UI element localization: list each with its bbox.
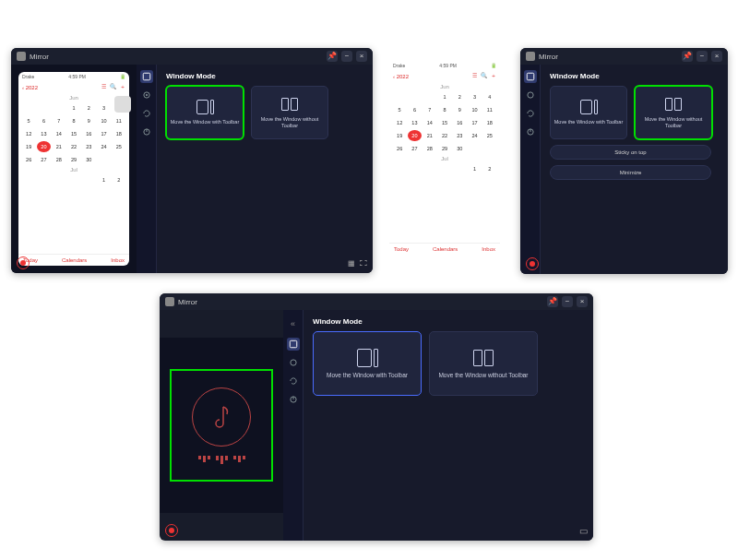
record-button[interactable] (165, 524, 178, 537)
minimize-button[interactable]: − (341, 51, 352, 62)
back-year[interactable]: ‹ 2022 (22, 85, 38, 90)
time: 4:59 PM (68, 74, 86, 79)
close-button[interactable]: × (577, 296, 588, 307)
sticky-on-top-button[interactable]: Sticky on top (550, 145, 711, 160)
widget-placeholder (114, 96, 131, 113)
svg-rect-5 (527, 73, 534, 80)
svg-point-10 (290, 360, 295, 365)
close-button[interactable]: × (356, 51, 367, 62)
side-toolbar (137, 65, 157, 273)
mirror-window-1: Mirror 📌 − × Drake 4:59 PM 🔋 ‹ 2022 ☰ 🔍 (11, 48, 373, 273)
month-label-jul: Jul (18, 165, 129, 174)
collapse-icon[interactable]: « (291, 316, 295, 332)
audio-visualizer[interactable] (171, 370, 272, 481)
pin-button[interactable]: 📌 (327, 51, 338, 62)
card-move-without-toolbar[interactable]: Move the Window without Toolbar (429, 331, 538, 396)
without-toolbar-icon (278, 96, 302, 113)
carrier: Drake (22, 74, 34, 79)
card-move-without-toolbar[interactable]: Move the Window without Toolbar (251, 86, 328, 139)
mirror-window-3: Mirror 📌 − × « (160, 293, 593, 541)
power-tool[interactable] (140, 125, 153, 138)
music-note-icon (192, 387, 251, 447)
list-icon[interactable]: ☰ (101, 83, 106, 91)
calendar-grid-jun: 1234 567891011 12131415161718 1920212223… (18, 102, 129, 165)
minimize-mode-button[interactable]: Minimize (550, 165, 711, 180)
card-move-with-toolbar[interactable]: Move the Window with Toolbar (313, 331, 422, 396)
search-icon[interactable]: 🔍 (110, 83, 116, 91)
calendar-grid-jul: 12 (18, 174, 129, 185)
refresh-tool[interactable] (524, 107, 537, 120)
window-mode-tool[interactable] (524, 70, 537, 83)
svg-rect-9 (290, 340, 297, 348)
refresh-tool[interactable] (287, 375, 300, 387)
add-icon[interactable]: ＋ (120, 83, 125, 91)
window-mode-tool[interactable] (287, 338, 300, 351)
app-icon (526, 52, 535, 61)
titlebar: Mirror 📌 − × (11, 48, 373, 65)
app-icon (17, 52, 26, 61)
window-mode-tool[interactable] (140, 70, 153, 83)
phone-screen[interactable]: Drake 4:59 PM 🔋 ‹ 2022 ☰ 🔍 ＋ Jun 1234 (18, 72, 129, 266)
standalone-phone: Drake 4:59 PM 🔋 ‹ 2022 ☰🔍＋ Jun 1234 5678… (389, 61, 500, 255)
layout-icon[interactable]: ▦ (348, 259, 355, 268)
layout-icon[interactable]: ▭ (579, 526, 588, 536)
app-icon (165, 297, 174, 306)
mirror-window-2: Mirror 📌 − × Window Mode Move the Window… (520, 48, 728, 274)
settings-tool[interactable] (524, 89, 537, 101)
minimize-button[interactable]: − (562, 296, 573, 307)
phone-mirror-pane: Drake 4:59 PM 🔋 ‹ 2022 ☰ 🔍 ＋ Jun 1234 (11, 65, 137, 273)
card-move-with-toolbar[interactable]: Move the Window with Toolbar (166, 86, 244, 139)
minimize-button[interactable]: − (696, 51, 708, 62)
record-button[interactable] (17, 256, 30, 269)
card-move-without-toolbar[interactable]: Move the Window without Toolbar (635, 86, 712, 139)
power-tool[interactable] (524, 125, 537, 138)
power-tool[interactable] (287, 393, 300, 406)
settings-panel: Window Mode Move the Window with Toolbar… (157, 65, 373, 273)
window-mode-heading: Window Mode (166, 72, 363, 80)
svg-point-6 (527, 92, 532, 98)
month-label-jun: Jun (18, 93, 129, 102)
app-title: Mirror (30, 53, 49, 61)
card-move-with-toolbar[interactable]: Move the Window with Toolbar (550, 86, 627, 139)
svg-point-2 (146, 94, 148, 96)
refresh-tool[interactable] (140, 107, 153, 120)
svg-rect-0 (143, 73, 150, 80)
today-cell: 20 (37, 141, 50, 152)
with-toolbar-icon (193, 99, 217, 115)
pin-button[interactable]: 📌 (682, 51, 693, 62)
settings-tool[interactable] (287, 356, 300, 369)
close-button[interactable]: × (711, 51, 722, 62)
fullscreen-icon[interactable]: ⛶ (360, 259, 367, 268)
settings-tool[interactable] (140, 89, 153, 101)
record-button[interactable] (526, 257, 539, 270)
battery-icon: 🔋 (120, 74, 125, 79)
equalizer-icon (198, 456, 245, 464)
pin-button[interactable]: 📌 (547, 296, 558, 307)
audio-mirror-pane (160, 338, 283, 513)
